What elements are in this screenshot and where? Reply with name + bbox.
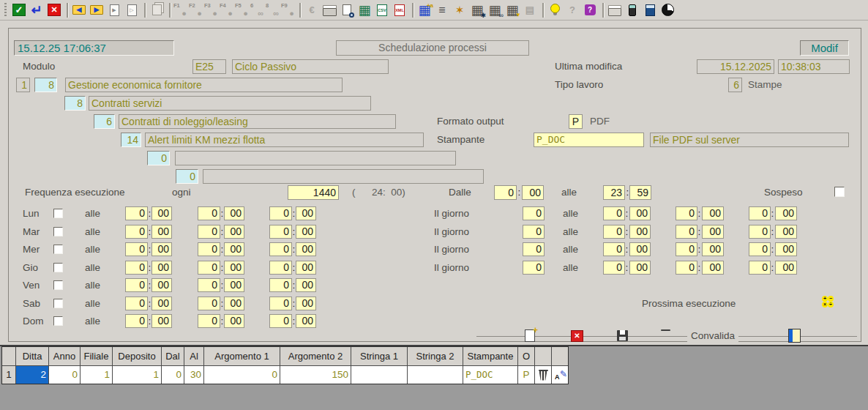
time2-minute-field[interactable]: 00 — [702, 206, 724, 220]
save-record-icon[interactable] — [617, 330, 628, 341]
ditta-cell[interactable]: 2 — [16, 366, 48, 384]
time3-minute-field[interactable]: 00 — [296, 278, 316, 292]
time2-minute-field[interactable]: 00 — [702, 242, 724, 256]
time1-minute-field[interactable]: 00 — [629, 242, 651, 256]
time2-minute-field[interactable]: 00 — [702, 261, 724, 275]
frequency-minutes-field[interactable]: 1440 — [288, 185, 339, 200]
time3-minute-field[interactable]: 00 — [775, 225, 797, 239]
table-values-icon[interactable]: ▦ +a — [416, 2, 433, 18]
copy-prev-doc-icon[interactable]: ▶ — [106, 2, 122, 18]
stampante-field[interactable]: P_DOC — [534, 133, 644, 147]
time2-minute-field[interactable]: 00 — [224, 297, 244, 310]
day-enabled-checkbox[interactable] — [53, 299, 63, 308]
day-enabled-checkbox[interactable] — [53, 316, 63, 326]
time3-hour-field[interactable]: 0 — [269, 314, 292, 328]
time1-minute-field[interactable]: 00 — [151, 297, 172, 310]
time2-minute-field[interactable]: 00 — [224, 278, 244, 292]
calc-next-run-icon[interactable] — [822, 296, 834, 308]
al-cell[interactable]: 30 — [184, 366, 203, 384]
time1-minute-field[interactable]: 00 — [629, 225, 651, 239]
manual-book-icon[interactable] — [788, 329, 801, 343]
print-icon[interactable] — [321, 2, 337, 18]
time2-hour-field[interactable]: 0 — [198, 297, 220, 310]
giorno-day-field[interactable]: 0 — [523, 261, 545, 275]
time1-minute-field[interactable]: 00 — [151, 314, 172, 328]
time2-hour-field[interactable]: 0 — [198, 314, 220, 328]
time1-minute-field[interactable]: 00 — [151, 278, 172, 292]
time2-hour-field[interactable]: 0 — [676, 242, 697, 256]
level2-code-field[interactable]: 8 — [64, 96, 86, 111]
row-number-cell[interactable]: 1 — [2, 366, 15, 384]
table-filter-icon[interactable]: ▦ ▼ — [504, 2, 520, 18]
numbered-list-icon[interactable]: ≡ — [434, 2, 450, 18]
deposito-cell[interactable]: 1 — [113, 366, 161, 384]
row-edit-button[interactable] — [552, 366, 568, 384]
time1-hour-field[interactable]: 0 — [603, 261, 625, 275]
time3-hour-field[interactable]: 0 — [269, 297, 292, 310]
cancel-icon[interactable]: ✕ — [46, 2, 62, 18]
manual-icon[interactable]: ? — [582, 2, 598, 18]
next-page-icon[interactable]: ▶ — [89, 2, 105, 18]
time3-minute-field[interactable]: 00 — [296, 314, 316, 328]
day-enabled-checkbox[interactable] — [53, 280, 63, 290]
formato-output-field[interactable]: P — [569, 114, 583, 129]
csv-export-icon[interactable]: CSV — [374, 2, 390, 18]
giorno-day-field[interactable]: 0 — [523, 206, 545, 220]
wizard-icon[interactable]: ✶ — [452, 2, 468, 18]
stampante-cell[interactable]: P_DOC — [463, 366, 517, 384]
alle-hour-field[interactable]: 23 — [603, 185, 625, 200]
time3-hour-field[interactable]: 0 — [749, 225, 771, 239]
alle-minute-field[interactable]: 59 — [629, 185, 651, 200]
table-edit-icon[interactable]: ▦ ✱ — [469, 2, 485, 18]
excel-export-icon[interactable]: ▦ — [356, 2, 373, 18]
level1-code-field[interactable]: 8 — [34, 78, 57, 92]
time3-hour-field[interactable]: 0 — [269, 278, 292, 292]
xml-export-icon[interactable]: XML — [392, 2, 408, 18]
argomento2-cell[interactable]: 150 — [280, 366, 351, 384]
time1-hour-field[interactable]: 0 — [603, 225, 625, 239]
row-delete-button[interactable] — [535, 366, 551, 384]
table-search-icon[interactable]: ▦ ∞ — [487, 2, 503, 18]
time2-minute-field[interactable]: 00 — [702, 225, 724, 239]
anno-cell[interactable]: 0 — [49, 366, 80, 384]
argomento1-cell[interactable]: 0 — [204, 366, 280, 384]
stringa2-cell[interactable] — [408, 366, 463, 384]
dalle-hour-field[interactable]: 0 — [494, 185, 517, 200]
dal-cell[interactable]: 0 — [162, 366, 184, 384]
time2-minute-field[interactable]: 00 — [224, 314, 244, 328]
o-cell[interactable]: P — [518, 366, 534, 384]
level6-code-field[interactable]: 0 — [176, 169, 198, 184]
copy-next-doc-icon[interactable]: ▷ — [124, 2, 140, 18]
dalle-minute-field[interactable]: 00 — [522, 185, 544, 200]
time1-hour-field[interactable]: 0 — [603, 206, 625, 220]
calculator-icon[interactable] — [642, 2, 658, 18]
enter-icon[interactable]: ↵ — [29, 2, 45, 18]
time1-hour-field[interactable]: 0 — [125, 278, 148, 292]
time1-hour-field[interactable]: 0 — [603, 242, 625, 256]
time2-hour-field[interactable]: 0 — [676, 261, 697, 275]
time2-hour-field[interactable]: 0 — [676, 206, 697, 220]
print-preview-icon[interactable] — [339, 2, 355, 18]
giorno-day-field[interactable]: 0 — [523, 225, 545, 239]
level1-num-field[interactable]: 1 — [16, 78, 30, 92]
prev-page-icon[interactable]: ◀ — [71, 2, 87, 18]
time2-hour-field[interactable]: 0 — [676, 225, 697, 239]
time3-minute-field[interactable]: 00 — [775, 206, 797, 220]
time3-hour-field[interactable]: 0 — [749, 261, 771, 275]
clock-icon[interactable] — [659, 2, 676, 18]
confirm-icon[interactable]: ✓ — [11, 2, 27, 18]
stringa1-cell[interactable] — [351, 366, 407, 384]
time2-hour-field[interactable]: 0 — [198, 278, 220, 292]
cancel-record-icon[interactable] — [571, 330, 583, 342]
phone-icon[interactable] — [624, 2, 640, 18]
level4-code-field[interactable]: 14 — [121, 133, 141, 147]
level3-code-field[interactable]: 6 — [94, 114, 115, 129]
new-record-icon[interactable] — [525, 329, 535, 342]
sospeso-checkbox[interactable] — [834, 187, 845, 197]
time3-minute-field[interactable]: 00 — [296, 297, 316, 310]
time3-minute-field[interactable]: 00 — [775, 261, 797, 275]
time3-hour-field[interactable]: 0 — [749, 206, 771, 220]
time3-minute-field[interactable]: 00 — [775, 242, 797, 256]
tip-icon[interactable] — [547, 2, 563, 18]
time1-hour-field[interactable]: 0 — [125, 314, 148, 328]
